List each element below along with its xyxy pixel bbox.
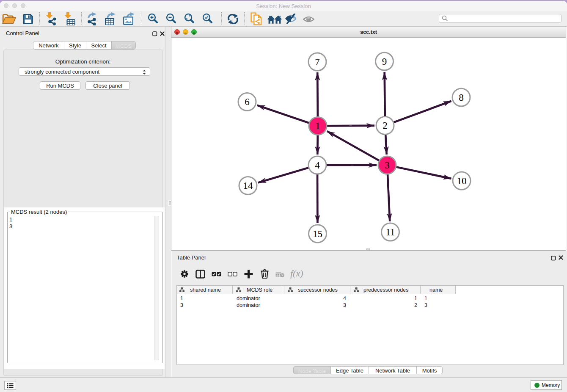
- svg-text:6: 6: [245, 97, 250, 107]
- svg-text:4: 4: [315, 160, 320, 171]
- svg-text:2: 2: [383, 120, 388, 131]
- svg-text:14: 14: [243, 180, 253, 191]
- svg-text:11: 11: [385, 227, 395, 237]
- svg-text:10: 10: [457, 176, 467, 186]
- svg-text:8: 8: [459, 92, 464, 103]
- svg-text:9: 9: [382, 56, 387, 67]
- svg-text:1: 1: [315, 121, 320, 131]
- svg-text:15: 15: [313, 229, 322, 239]
- svg-text:3: 3: [385, 160, 390, 171]
- svg-text:7: 7: [315, 57, 320, 67]
